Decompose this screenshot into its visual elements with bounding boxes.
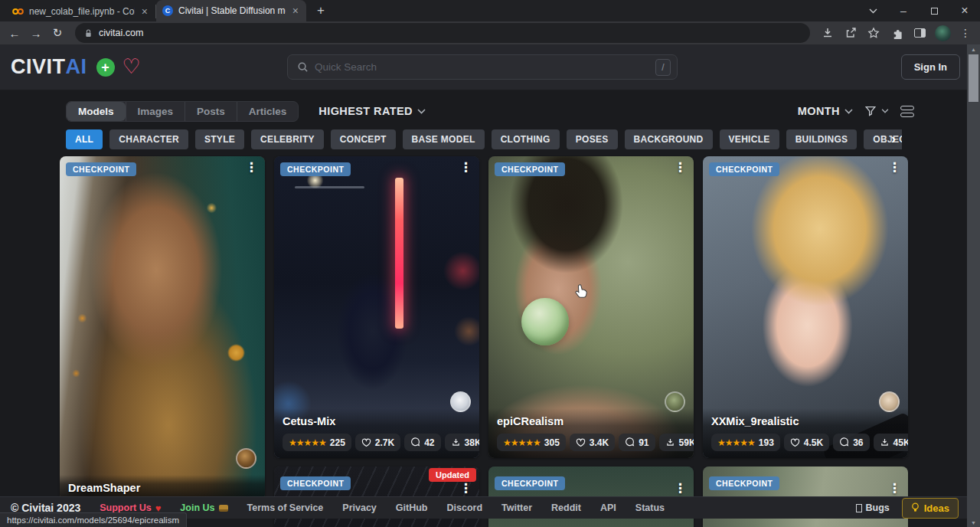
likes-pill: 4.5K bbox=[784, 434, 829, 451]
new-tab-button[interactable]: + bbox=[312, 3, 329, 18]
category-chip[interactable]: ALL bbox=[66, 129, 103, 149]
footer-link[interactable]: Status bbox=[635, 502, 665, 513]
category-chip[interactable]: STYLE bbox=[195, 129, 244, 149]
likes-pill: 3.4K bbox=[570, 434, 615, 451]
tab-close-icon[interactable]: × bbox=[140, 5, 149, 18]
scroll-down-icon[interactable]: ▼ bbox=[967, 518, 980, 527]
footer-link[interactable]: GitHub bbox=[396, 502, 428, 513]
browser-tab-colab[interactable]: new_colab_file.ipynb - Colaborat × bbox=[6, 5, 156, 18]
card-menu-kebab-icon[interactable]: ⋮ bbox=[888, 161, 901, 175]
forward-button[interactable]: → bbox=[26, 23, 46, 43]
content-type-tab[interactable]: Images bbox=[126, 102, 185, 121]
creator-avatar[interactable] bbox=[450, 391, 471, 412]
model-title: DreamShaper bbox=[68, 482, 256, 494]
bookmark-star-icon[interactable] bbox=[864, 23, 884, 43]
card-menu-kebab-icon[interactable]: ⋮ bbox=[888, 482, 901, 496]
footer-link[interactable]: Twitter bbox=[501, 502, 532, 513]
share-icon[interactable] bbox=[841, 23, 861, 43]
content-type-tab[interactable]: Posts bbox=[185, 102, 237, 121]
sign-in-button[interactable]: Sign In bbox=[901, 54, 960, 80]
bugs-label: Bugs bbox=[866, 502, 890, 513]
support-heart-icon[interactable]: ♡ bbox=[122, 57, 141, 77]
back-button[interactable]: ← bbox=[5, 23, 24, 43]
chevron-down-icon bbox=[844, 109, 853, 114]
footer-link[interactable]: Discord bbox=[446, 502, 482, 513]
quick-search[interactable]: / bbox=[287, 54, 678, 80]
streetlight-shape bbox=[295, 186, 364, 188]
category-chip[interactable]: BACKGROUND bbox=[625, 129, 713, 149]
model-card-xxmix[interactable]: CHECKPOINT ⋮ XXMix_9realistic ★★★★★193 4… bbox=[703, 156, 908, 458]
category-chip[interactable]: BUILDINGS bbox=[786, 129, 858, 149]
category-chip[interactable]: CLOTHING bbox=[492, 129, 560, 149]
category-chip[interactable]: CELEBRITY bbox=[251, 129, 324, 149]
scrollbar-thumb[interactable] bbox=[969, 54, 978, 102]
sort-dropdown[interactable]: HIGHEST RATED bbox=[318, 105, 426, 117]
footer-link[interactable]: API bbox=[600, 502, 616, 513]
comments-count: 91 bbox=[639, 437, 648, 448]
creator-avatar[interactable] bbox=[665, 391, 685, 412]
scroll-up-icon[interactable]: ▲ bbox=[967, 44, 980, 54]
tab-close-icon[interactable]: × bbox=[291, 5, 300, 17]
grid-column: CHECKPOINT ⋮ XXMix_9realistic ★★★★★193 4… bbox=[703, 156, 908, 527]
window-close-button[interactable]: × bbox=[949, 0, 980, 21]
card-menu-kebab-icon[interactable]: ⋮ bbox=[674, 482, 687, 496]
civitai-favicon: C bbox=[162, 5, 173, 16]
browser-menu-kebab-icon[interactable]: ⋮ bbox=[956, 23, 975, 43]
category-chip[interactable]: POSES bbox=[567, 129, 618, 149]
card-menu-kebab-icon[interactable]: ⋮ bbox=[459, 161, 472, 175]
category-chip[interactable]: BASE MODEL bbox=[403, 129, 485, 149]
likes-count: 2.7K bbox=[375, 437, 394, 448]
chips-scroll-right-icon[interactable]: › bbox=[891, 130, 896, 147]
create-plus-button[interactable]: + bbox=[96, 58, 115, 77]
extensions-puzzle-icon[interactable] bbox=[887, 23, 906, 43]
status-url: https://civitai.com/models/25694/epicrea… bbox=[7, 516, 179, 525]
search-input[interactable] bbox=[315, 61, 649, 73]
model-preview-image bbox=[60, 156, 265, 501]
window-maximize-button[interactable] bbox=[919, 0, 949, 21]
model-type-badge: CHECKPOINT bbox=[709, 476, 779, 490]
heart-icon bbox=[576, 438, 586, 447]
reload-button[interactable]: ↻ bbox=[47, 23, 67, 43]
lightbulb-icon bbox=[911, 502, 920, 513]
address-bar[interactable]: civitai.com bbox=[75, 23, 810, 43]
comment-icon bbox=[839, 437, 849, 447]
model-card-dreamshaper[interactable]: CHECKPOINT ⋮ DreamShaper bbox=[60, 156, 265, 501]
model-card-cetus-mix[interactable]: CHECKPOINT ⋮ Cetus-Mix ★★★★★225 2.7K 42 … bbox=[274, 156, 479, 458]
stats-right: 3.4K 91 59K bbox=[570, 434, 694, 451]
footer-link[interactable]: Terms of Service bbox=[247, 502, 324, 513]
card-menu-kebab-icon[interactable]: ⋮ bbox=[674, 161, 687, 175]
category-chip[interactable]: CONCEPT bbox=[331, 129, 396, 149]
filter-dropdown[interactable] bbox=[864, 105, 889, 117]
creator-avatar[interactable] bbox=[879, 391, 900, 412]
neon-sign-shape bbox=[395, 178, 403, 329]
footer-link[interactable]: Reddit bbox=[551, 502, 581, 513]
rating-count: 193 bbox=[759, 437, 774, 448]
vertical-scrollbar[interactable]: ▲ ▼ bbox=[967, 44, 980, 527]
profile-avatar[interactable] bbox=[933, 23, 952, 43]
period-dropdown[interactable]: MONTH bbox=[798, 105, 853, 117]
category-chips: ALLCHARACTERSTYLECELEBRITYCONCEPTBASE MO… bbox=[66, 129, 902, 149]
card-menu-kebab-icon[interactable]: ⋮ bbox=[245, 161, 258, 175]
browser-tab-civitai[interactable]: C Civitai | Stable Diffusion models, × bbox=[156, 0, 306, 21]
window-minimize-button[interactable]: – bbox=[888, 0, 919, 21]
footer-link-bugs[interactable]: Bugs bbox=[856, 502, 890, 513]
tab-search-chevron-icon[interactable] bbox=[858, 0, 888, 21]
model-type-badge: CHECKPOINT bbox=[709, 162, 779, 176]
category-chip[interactable]: OBJECTS bbox=[864, 129, 902, 149]
footer-link[interactable]: Privacy bbox=[342, 502, 376, 513]
content-type-tab[interactable]: Models bbox=[67, 102, 126, 121]
download-page-icon[interactable] bbox=[818, 23, 838, 43]
card-size-toggle-icon[interactable] bbox=[900, 106, 914, 117]
creator-avatar[interactable] bbox=[236, 448, 256, 469]
side-panel-icon[interactable] bbox=[910, 23, 929, 43]
civitai-logo[interactable]: CIVITAI bbox=[11, 55, 87, 79]
category-chip[interactable]: VEHICLE bbox=[720, 129, 779, 149]
footer-link-join-us[interactable]: Join Us bbox=[180, 502, 227, 513]
card-stats: ★★★★★193 4.5K 36 45K bbox=[711, 434, 900, 451]
card-menu-kebab-icon[interactable]: ⋮ bbox=[459, 482, 472, 496]
download-icon bbox=[880, 437, 890, 447]
content-type-tab[interactable]: Articles bbox=[237, 102, 299, 121]
model-card-epicrealism[interactable]: CHECKPOINT ⋮ epiCRealism ★★★★★305 3.4K 9… bbox=[488, 156, 694, 458]
ideas-button[interactable]: Ideas bbox=[902, 498, 959, 519]
category-chip[interactable]: CHARACTER bbox=[109, 129, 188, 149]
